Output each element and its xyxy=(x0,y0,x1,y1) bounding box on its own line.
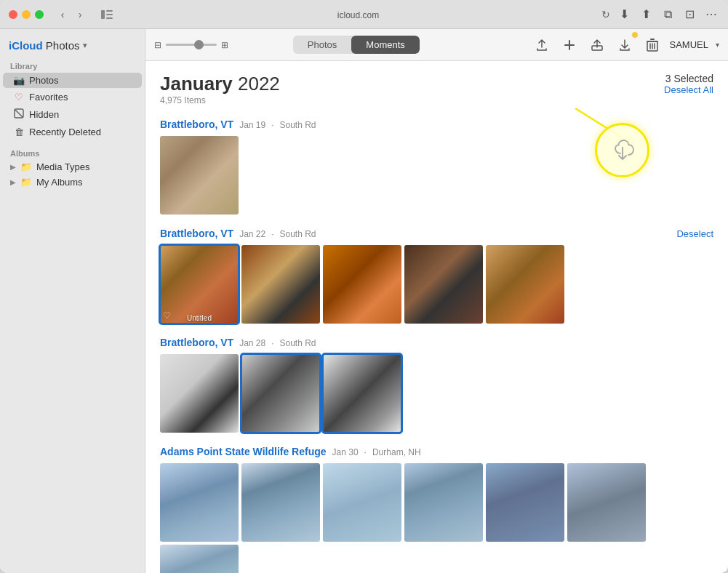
zoom-slider[interactable] xyxy=(166,44,217,46)
photo-thumb[interactable] xyxy=(323,245,401,324)
section-date-jan19: Jan 19 xyxy=(239,120,265,130)
section-header-jan28: Brattleboro, VT Jan 28 · South Rd xyxy=(160,337,713,348)
sidebar-item-hidden-label: Hidden xyxy=(29,109,59,120)
my-albums-arrow-icon: ▶ xyxy=(10,178,16,186)
photo-thumb[interactable] xyxy=(160,136,239,215)
forward-button[interactable]: › xyxy=(73,7,87,22)
photo-thumb[interactable] xyxy=(241,463,320,542)
minimize-button[interactable] xyxy=(22,10,31,19)
section-location-jan28: Brattleboro, VT xyxy=(160,337,233,348)
section-sublocation-jan19: South Rd xyxy=(280,120,316,130)
sidebar-item-recently-deleted[interactable]: 🗑 Recently Deleted xyxy=(3,124,142,140)
photo-thumb[interactable] xyxy=(160,545,239,573)
selection-info: 3 Selected Deselect All xyxy=(664,73,713,95)
photo-thumb[interactable]: ♡ Untitled xyxy=(160,245,239,324)
sidebar-item-hidden[interactable]: Hidden xyxy=(3,106,142,123)
traffic-lights xyxy=(9,10,44,19)
svg-rect-0 xyxy=(101,10,105,19)
photo-thumb[interactable] xyxy=(241,354,320,433)
photo-thumb[interactable] xyxy=(567,463,646,542)
delete-button[interactable] xyxy=(642,35,663,55)
favorites-icon: ♡ xyxy=(13,92,25,103)
photo-thumb[interactable] xyxy=(160,354,239,433)
sidebar: iCloud Photos ▾ Library 📷 Photos ♡ Favor… xyxy=(0,29,145,573)
sidebar-item-media-types[interactable]: ▶ 📁 Media Types xyxy=(0,159,145,175)
toolbar-actions: SAMUEL ▾ xyxy=(532,35,719,55)
fullscreen-button[interactable] xyxy=(35,10,44,19)
close-button[interactable] xyxy=(9,10,17,19)
section-header-jan22: Brattleboro, VT Jan 22 · South Rd Desele… xyxy=(160,228,713,239)
download-indicator-icon[interactable]: ⬇ xyxy=(616,7,632,23)
back-forward-nav: ‹ › xyxy=(55,7,87,22)
pip-icon[interactable]: ⊡ xyxy=(681,7,697,23)
svg-rect-2 xyxy=(106,14,113,15)
tab-moments[interactable]: Moments xyxy=(351,36,419,54)
upload-button[interactable] xyxy=(532,35,552,55)
user-menu[interactable]: SAMUEL xyxy=(670,39,708,50)
section-jan30: Adams Point State Wildlife Refuge Jan 30… xyxy=(160,446,713,573)
page-title: January 2022 xyxy=(160,73,280,95)
content-header: January 2022 4,975 Items 3 Selected Dese… xyxy=(160,73,713,116)
view-tabs: Photos Moments xyxy=(293,36,420,54)
section-date-jan30: Jan 30 xyxy=(332,447,359,457)
photo-grid-jan28 xyxy=(160,354,713,433)
sidebar-item-photos-label: Photos xyxy=(29,75,58,86)
url-bar[interactable]: icloud.com xyxy=(337,10,379,20)
add-button[interactable] xyxy=(559,35,580,55)
section-sublocation-jan30: Durham, NH xyxy=(372,447,421,457)
media-types-arrow-icon: ▶ xyxy=(10,163,16,171)
photo-label: Untitled xyxy=(187,314,212,322)
photo-thumb[interactable] xyxy=(323,463,401,542)
photo-grid-jan22: ♡ Untitled xyxy=(160,245,713,324)
hidden-icon xyxy=(13,108,25,121)
sidebar-item-favorites[interactable]: ♡ Favorites xyxy=(3,89,142,105)
my-albums-folder-icon: 📁 xyxy=(20,177,32,188)
section-jan19: Brattleboro, VT Jan 19 · South Rd xyxy=(160,119,713,215)
photo-thumb[interactable] xyxy=(241,245,320,324)
back-button[interactable]: ‹ xyxy=(55,7,70,22)
deselect-all-button[interactable]: Deselect All xyxy=(664,84,713,95)
sidebar-item-media-types-label: Media Types xyxy=(36,161,89,172)
sidebar-toggle-button[interactable] xyxy=(99,7,115,23)
selected-count: 3 Selected xyxy=(665,73,713,84)
photo-thumb[interactable] xyxy=(486,463,564,542)
section-location-jan22: Brattleboro, VT xyxy=(160,228,233,239)
reload-button[interactable]: ↻ xyxy=(601,9,610,20)
section-jan28: Brattleboro, VT Jan 28 · South Rd xyxy=(160,337,713,433)
zoom-control: ⊟ ⊞ xyxy=(154,40,228,50)
svg-rect-3 xyxy=(106,17,113,19)
share-button[interactable] xyxy=(587,35,607,55)
media-types-folder-icon: 📁 xyxy=(20,161,32,172)
photo-thumb[interactable] xyxy=(323,354,401,433)
section-sublocation-jan22: South Rd xyxy=(280,229,316,239)
section-dot-jan19: · xyxy=(271,120,273,130)
section-date-jan28: Jan 28 xyxy=(239,338,265,348)
zoom-in-icon[interactable]: ⊞ xyxy=(221,40,228,50)
main-content: January 2022 4,975 Items 3 Selected Dese… xyxy=(145,61,728,573)
zoom-out-icon[interactable]: ⊟ xyxy=(154,40,161,50)
sidebar-item-my-albums[interactable]: ▶ 📁 My Albums xyxy=(0,175,145,190)
sidebar-item-recently-deleted-label: Recently Deleted xyxy=(29,127,101,137)
sidebar-item-photos[interactable]: 📷 Photos xyxy=(3,73,142,88)
icloud-header[interactable]: iCloud Photos ▾ xyxy=(0,35,145,59)
download-button[interactable] xyxy=(615,35,635,55)
library-section-label: Library xyxy=(0,59,145,72)
app-window: ‹ › icloud.com ↻ ⬇ ⬆ ⧉ ⊡ ⋯ iCloud Photos… xyxy=(0,0,728,573)
photo-thumb[interactable] xyxy=(160,463,239,542)
photo-thumb[interactable] xyxy=(486,245,564,324)
share-titlebar-icon[interactable]: ⬆ xyxy=(638,7,654,23)
photo-thumb[interactable] xyxy=(404,463,483,542)
heart-indicator-icon: ♡ xyxy=(163,310,171,321)
extension-icon[interactable]: ⋯ xyxy=(703,7,719,23)
svg-rect-1 xyxy=(106,10,113,12)
svg-line-5 xyxy=(15,110,23,117)
photo-thumb[interactable] xyxy=(404,245,483,324)
section-sublocation-jan28: South Rd xyxy=(280,338,316,348)
tab-photos[interactable]: Photos xyxy=(293,36,351,54)
user-chevron-icon[interactable]: ▾ xyxy=(716,41,719,49)
deselect-jan22[interactable]: Deselect xyxy=(676,228,713,239)
section-date-jan22: Jan 22 xyxy=(239,229,265,239)
titlebar-right-controls: ⬇ ⬆ ⧉ ⊡ ⋯ xyxy=(616,7,719,23)
trash-icon: 🗑 xyxy=(13,127,25,137)
copy-icon[interactable]: ⧉ xyxy=(660,7,676,23)
